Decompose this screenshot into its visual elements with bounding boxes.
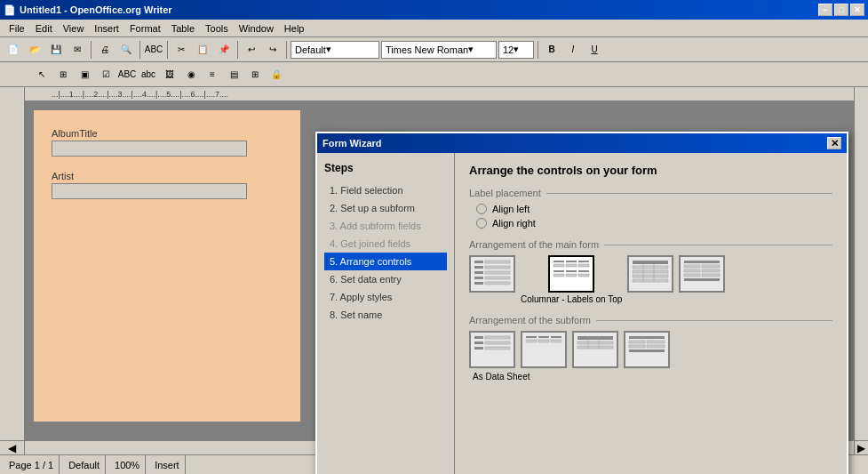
align-right-option[interactable]: Align right [476,218,832,229]
checkbox-btn[interactable]: ☑ [96,65,115,84]
svg-rect-23 [633,266,668,269]
cursor-btn[interactable]: ↖ [32,65,52,84]
svg-rect-33 [702,269,720,272]
text-field-btn[interactable]: ABC [117,65,137,84]
label-placement-group: Align left Align right [469,204,832,229]
menu-insert[interactable]: Insert [89,21,124,36]
open-btn[interactable]: 📂 [25,40,44,60]
sub-arr-1[interactable] [469,331,515,368]
svg-rect-25 [633,275,668,277]
maximize-button[interactable]: □ [834,4,848,16]
main-area: ...|....1....|....2....|....3....|....4.… [0,87,868,440]
arr-datasheet[interactable] [679,255,725,293]
sep2 [139,41,140,59]
arr-columnar-top[interactable] [548,255,594,293]
combo-btn[interactable]: ▤ [224,65,243,84]
field-btn[interactable]: ▣ [75,65,94,84]
page-info: Page 1 / 1 [4,455,60,474]
save-btn[interactable]: 💾 [46,40,66,60]
font-dropdown[interactable]: Times New Roman▾ [381,41,497,59]
dialog-close-button[interactable]: ✕ [827,137,841,149]
arr-as-table[interactable] [627,255,673,293]
svg-rect-55 [629,341,645,343]
svg-rect-10 [553,261,564,262]
radio-btn-tool[interactable]: ◉ [181,65,201,84]
align-left-option[interactable]: Align left [476,204,832,214]
svg-rect-58 [647,345,665,348]
svg-rect-43 [526,336,537,338]
sub-arr-4[interactable] [624,331,670,368]
sub-arrangement-title: Arrangement of the subform [469,315,832,325]
step-2[interactable]: 2. Set up a subform [324,199,447,217]
svg-rect-0 [474,261,483,263]
img-btn[interactable]: 🖼 [160,65,179,84]
arr-columnar-left[interactable] [469,255,515,293]
font-value: Times New Roman [386,44,468,55]
lock-btn[interactable]: 🔒 [267,65,286,84]
step-7[interactable]: 7. Apply styles [324,288,447,306]
svg-rect-39 [474,341,483,344]
undo-btn[interactable]: ↩ [242,40,261,60]
svg-rect-13 [566,264,577,267]
size-dropdown[interactable]: 12▾ [498,41,534,59]
menu-view[interactable]: View [58,21,90,36]
menu-tools[interactable]: Tools [200,21,234,36]
text-btn2[interactable]: abc [139,65,158,84]
menu-help[interactable]: Help [279,21,310,36]
bold-btn[interactable]: B [542,40,561,60]
scroll-left-btn[interactable]: ◀ [0,441,25,454]
align-left-radio[interactable] [476,204,487,214]
sub-arr-3[interactable] [572,331,618,368]
preview-btn[interactable]: 🔍 [116,40,136,60]
step-5[interactable]: 5. Arrange controls [324,253,447,270]
svg-rect-59 [629,349,665,352]
svg-rect-41 [474,347,483,349]
scroll-right-btn[interactable]: ▶ [854,441,868,454]
menu-format[interactable]: Format [124,21,166,36]
print-btn[interactable]: 🖨 [95,40,115,60]
style-value: Default [295,44,326,55]
main-arrangement-grid: Columnar - Labels on Top [469,255,832,304]
menu-file[interactable]: File [4,21,30,36]
zoom-info: 100% [109,455,146,474]
more-btn[interactable]: ⊞ [245,65,265,84]
step-8[interactable]: 8. Set name [324,306,447,324]
menu-window[interactable]: Window [234,21,279,36]
minimize-button[interactable]: − [818,4,832,16]
svg-rect-45 [538,336,549,338]
copy-btn[interactable]: 📋 [193,40,212,60]
svg-rect-36 [684,278,720,281]
steps-panel: Steps 1. Field selection 2. Set up a sub… [317,153,455,474]
step-1[interactable]: 1. Field selection [324,181,447,199]
select-btn[interactable]: ⊞ [53,65,73,84]
spellcheck-btn[interactable]: ABC [144,40,163,60]
cut-btn[interactable]: ✂ [171,40,191,60]
underline-btn[interactable]: U [585,40,604,60]
title-bar-controls: − □ ✕ [818,4,864,16]
svg-rect-17 [553,274,564,277]
close-button[interactable]: ✕ [850,4,864,16]
svg-rect-15 [578,264,589,267]
svg-rect-34 [684,274,700,277]
main-toolbar: 📄 📂 💾 ✉ 🖨 🔍 ABC ✂ 📋 📌 ↩ ↪ Default▾ Times… [0,37,868,62]
svg-rect-11 [553,264,564,267]
step-4: 4. Get joined fields [324,235,447,253]
app-icon: 📄 [4,4,16,16]
menu-table[interactable]: Table [166,21,200,36]
align-right-radio[interactable] [476,218,487,229]
list-btn[interactable]: ≡ [203,65,222,84]
italic-btn[interactable]: I [563,40,583,60]
svg-rect-24 [633,270,668,273]
email-btn[interactable]: ✉ [68,40,87,60]
new-btn[interactable]: 📄 [4,40,23,60]
step-6[interactable]: 6. Set data entry [324,270,447,288]
sub-arr-2[interactable] [521,331,567,368]
menu-edit[interactable]: Edit [30,21,58,36]
paste-btn[interactable]: 📌 [214,40,234,60]
dialog-body: Steps 1. Field selection 2. Set up a sub… [317,153,847,474]
redo-btn[interactable]: ↪ [263,40,283,60]
svg-rect-42 [485,347,510,349]
svg-rect-12 [566,261,577,262]
svg-rect-1 [485,261,510,263]
style-dropdown[interactable]: Default▾ [291,41,379,59]
